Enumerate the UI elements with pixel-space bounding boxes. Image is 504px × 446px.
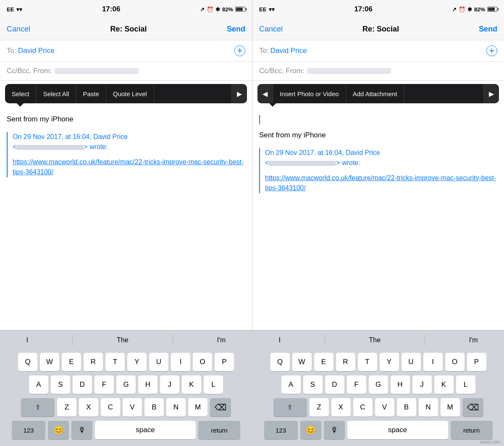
add-recipient-button-right[interactable]: + <box>486 45 497 56</box>
key-x-left[interactable]: X <box>79 398 98 417</box>
key-j-left[interactable]: J <box>160 375 179 394</box>
quote-email-left: <> wrote: <box>13 142 245 152</box>
key-k-right[interactable]: K <box>434 375 454 394</box>
key-s-right[interactable]: S <box>303 375 323 394</box>
key-g-left[interactable]: G <box>116 375 136 394</box>
key-z-left[interactable]: Z <box>57 398 76 417</box>
watermark: wsxd.com <box>480 439 501 444</box>
num-key-right[interactable]: 123 <box>264 421 298 439</box>
wifi-icon: ▾▾ <box>16 6 22 13</box>
autocorrect-im-left[interactable]: I'm <box>209 331 234 349</box>
key-w-left[interactable]: W <box>40 353 59 371</box>
cancel-button-left[interactable]: Cancel <box>7 25 30 34</box>
space-key-left[interactable]: space <box>95 421 196 439</box>
autocorrect-the-right[interactable]: The <box>361 331 389 349</box>
add-recipient-button-left[interactable]: + <box>234 45 245 56</box>
key-n-left[interactable]: N <box>166 398 186 417</box>
key-q-right[interactable]: Q <box>270 353 290 371</box>
key-r-left[interactable]: R <box>84 353 103 371</box>
backspace-key-left[interactable]: ⌫ <box>210 398 231 417</box>
key-row-3-left: ⇧ Z X C V B N M ⌫ <box>3 398 249 417</box>
key-w-right[interactable]: W <box>292 353 312 371</box>
backspace-key-right[interactable]: ⌫ <box>462 398 483 417</box>
autocorrect-i-right[interactable]: I <box>270 331 289 349</box>
key-v-right[interactable]: V <box>375 398 394 417</box>
autocorrect-im-right[interactable]: I'm <box>461 331 486 349</box>
add-attachment-button[interactable]: Add Attachment <box>346 84 404 103</box>
key-o-right[interactable]: O <box>445 353 465 371</box>
key-b-left[interactable]: B <box>144 398 164 417</box>
key-o-left[interactable]: O <box>193 353 212 371</box>
to-field-left[interactable]: To: David Price + <box>0 40 252 62</box>
key-r-right[interactable]: R <box>336 353 355 371</box>
key-m-left[interactable]: M <box>188 398 207 417</box>
context-next-arrow[interactable]: ▶ <box>231 84 247 103</box>
context-next-arrow-right[interactable]: ▶ <box>483 84 499 103</box>
key-v-left[interactable]: V <box>123 398 142 417</box>
select-button[interactable]: Select <box>5 84 37 103</box>
key-y-left[interactable]: Y <box>127 353 147 371</box>
quote-link-right[interactable]: https://www.macworld.co.uk/feature/mac/2… <box>265 173 497 193</box>
key-u-right[interactable]: U <box>402 353 421 371</box>
key-j-right[interactable]: J <box>412 375 432 394</box>
key-p-right[interactable]: P <box>467 353 486 371</box>
divider-2-left <box>173 334 173 346</box>
key-f-left[interactable]: F <box>94 375 114 394</box>
cancel-button-right[interactable]: Cancel <box>259 25 283 34</box>
autocorrect-the-left[interactable]: The <box>108 331 137 349</box>
key-c-right[interactable]: C <box>353 398 373 417</box>
key-t-left[interactable]: T <box>105 353 125 371</box>
key-k-left[interactable]: K <box>182 375 201 394</box>
quote-email-right: <> wrote: <box>265 158 497 168</box>
select-all-button[interactable]: Select All <box>37 84 76 103</box>
space-key-right[interactable]: space <box>347 421 448 439</box>
key-g-right[interactable]: G <box>369 375 388 394</box>
key-a-right[interactable]: A <box>281 375 301 394</box>
quote-link-left[interactable]: https://www.macworld.co.uk/feature/mac/2… <box>13 157 245 177</box>
key-q-left[interactable]: Q <box>18 353 37 371</box>
key-a-left[interactable]: A <box>29 375 48 394</box>
key-i-left[interactable]: I <box>171 353 190 371</box>
key-h-right[interactable]: H <box>391 375 410 394</box>
key-b-right[interactable]: B <box>397 398 416 417</box>
send-button-right[interactable]: Send <box>479 25 497 34</box>
key-z-right[interactable]: Z <box>310 398 329 417</box>
key-u-left[interactable]: U <box>149 353 168 371</box>
mic-key-left[interactable]: 🎙 <box>71 421 92 439</box>
key-h-left[interactable]: H <box>138 375 158 394</box>
shift-key-left[interactable]: ⇧ <box>21 398 55 417</box>
key-d-left[interactable]: D <box>73 375 92 394</box>
mic-key-right[interactable]: 🎙 <box>324 421 345 439</box>
bluetooth-icon: ✱ <box>215 6 220 13</box>
emoji-key-right[interactable]: 😊 <box>300 421 321 439</box>
autocorrect-i-left[interactable]: I <box>18 331 37 349</box>
key-x-right[interactable]: X <box>331 398 351 417</box>
return-key-left[interactable]: return <box>198 421 240 439</box>
return-key-right[interactable]: return <box>451 421 493 439</box>
key-e-right[interactable]: E <box>314 353 333 371</box>
emoji-key-left[interactable]: 😊 <box>48 421 69 439</box>
key-y-right[interactable]: Y <box>380 353 399 371</box>
key-f-right[interactable]: F <box>347 375 366 394</box>
status-right-right: ↗ ⏰ ✱ 82% <box>452 6 497 13</box>
key-c-left[interactable]: C <box>101 398 120 417</box>
insert-photo-video-button[interactable]: Insert Photo or Video <box>273 84 346 103</box>
to-field-right[interactable]: To: David Price + <box>252 40 504 62</box>
key-n-right[interactable]: N <box>419 398 438 417</box>
key-e-left[interactable]: E <box>62 353 81 371</box>
key-l-left[interactable]: L <box>204 375 223 394</box>
key-l-right[interactable]: L <box>456 375 475 394</box>
send-button-left[interactable]: Send <box>227 25 245 34</box>
context-prev-arrow[interactable]: ◀ <box>257 84 273 103</box>
key-i-right[interactable]: I <box>423 353 443 371</box>
num-key-left[interactable]: 123 <box>12 421 45 439</box>
paste-button[interactable]: Paste <box>76 84 106 103</box>
shift-key-right[interactable]: ⇧ <box>273 398 307 417</box>
key-m-right[interactable]: M <box>441 398 460 417</box>
quote-level-button[interactable]: Quote Level <box>106 84 154 103</box>
key-t-right[interactable]: T <box>358 353 377 371</box>
key-s-left[interactable]: S <box>51 375 70 394</box>
key-row-2-left: A S D F G H J K L <box>3 375 249 394</box>
key-p-left[interactable]: P <box>215 353 234 371</box>
key-d-right[interactable]: D <box>325 375 344 394</box>
